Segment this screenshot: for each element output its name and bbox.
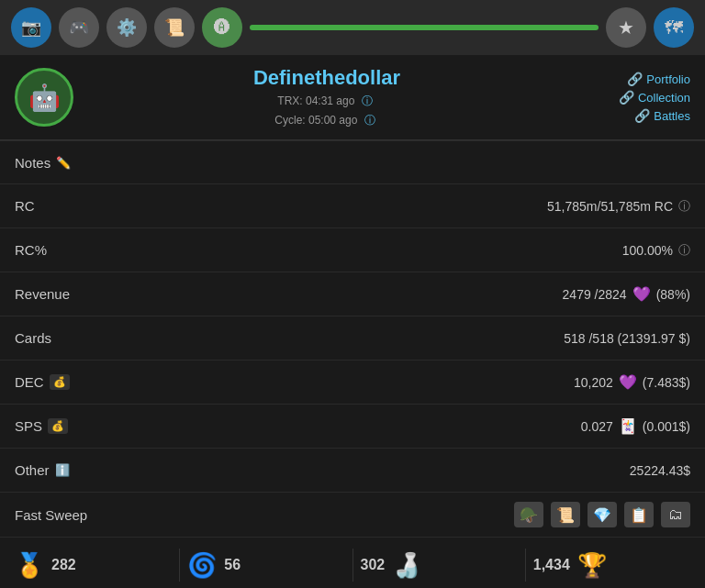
- gear-nav-btn[interactable]: ⚙️: [106, 7, 147, 48]
- cards-label: Cards: [15, 330, 51, 346]
- divider-2: [352, 549, 353, 582]
- profile-info: Definethedollar TRX: 04:31 ago ⓘ Cycle: …: [73, 66, 580, 128]
- cycle-info-icon[interactable]: ⓘ: [364, 114, 375, 127]
- trophy-stat: 1,434 🏆: [533, 551, 690, 580]
- letter-nav-btn[interactable]: 🅐: [202, 7, 242, 48]
- sps-label: SPS 💰: [15, 418, 68, 434]
- rc-value: 51,785m/51,785m RC ⓘ: [547, 198, 690, 215]
- dec-gem-icon: 💜: [619, 373, 637, 391]
- rc-info-icon[interactable]: ⓘ: [678, 198, 690, 215]
- profile-name: Definethedollar: [73, 66, 580, 90]
- sps-row: SPS 💰 0.027 🃏 (0.001$): [0, 405, 705, 449]
- scroll-nav-btn[interactable]: 📜: [154, 7, 195, 48]
- medals-icon: 🏅: [15, 551, 44, 580]
- other-value: 25224.43$: [630, 463, 690, 478]
- notes-label: Notes ✏️: [15, 155, 71, 171]
- other-row: Other ℹ️ 25224.43$: [0, 449, 705, 493]
- rc-row: RC 51,785m/51,785m RC ⓘ: [0, 184, 705, 228]
- progress-bar: [250, 25, 599, 30]
- divider-3: [525, 549, 526, 582]
- fast-sweep-label: Fast Sweep: [15, 507, 87, 523]
- swirl-stat: 🌀 56: [187, 551, 344, 580]
- collection-link-icon: 🔗: [619, 90, 634, 105]
- medals-stat: 🏅 282: [15, 551, 172, 580]
- rc-percent-label: RC%: [15, 242, 47, 258]
- profile-links: 🔗 Portfolio 🔗 Collection 🔗 Battles: [580, 72, 690, 123]
- fast-sweep-row: Fast Sweep 🪖 📜 💎 📋 🗂: [0, 493, 705, 538]
- other-info-icon[interactable]: ℹ️: [55, 463, 70, 477]
- collection-link[interactable]: 🔗 Collection: [619, 90, 690, 105]
- revenue-label: Revenue: [15, 286, 70, 302]
- sweep-icon-2[interactable]: 📜: [551, 502, 580, 527]
- avatar: 🤖: [15, 68, 73, 127]
- sps-wallet-icon[interactable]: 💰: [48, 418, 68, 434]
- stats-section: Notes ✏️ RC 51,785m/51,785m RC ⓘ RC% 100…: [0, 140, 705, 493]
- profile-trx: TRX: 04:31 ago ⓘ: [73, 94, 580, 109]
- battles-link-icon: 🔗: [634, 108, 650, 123]
- rc-percent-info-icon[interactable]: ⓘ: [678, 242, 690, 259]
- sps-card-icon: 🃏: [619, 417, 637, 435]
- sweep-icon-1[interactable]: 🪖: [514, 502, 543, 527]
- gamepad-nav-btn[interactable]: 🎮: [59, 7, 99, 48]
- star-nav-btn[interactable]: ★: [606, 7, 646, 48]
- sweep-icon-5[interactable]: 🗂: [661, 502, 690, 527]
- battles-link[interactable]: 🔗 Battles: [634, 108, 690, 123]
- revenue-value: 2479 /2824 💜 (88%): [563, 285, 690, 303]
- dec-wallet-icon[interactable]: 💰: [50, 374, 70, 390]
- rc-percent-row: RC% 100.00% ⓘ: [0, 228, 705, 272]
- top-nav: 📷 🎮 ⚙️ 📜 🅐 ★ 🗺: [0, 0, 705, 55]
- notes-row: Notes ✏️: [0, 140, 705, 184]
- swirl-icon: 🌀: [187, 551, 217, 580]
- portfolio-link[interactable]: 🔗 Portfolio: [627, 72, 690, 86]
- profile-area: 🤖 Definethedollar TRX: 04:31 ago ⓘ Cycle…: [0, 55, 705, 140]
- revenue-gem-icon: 💜: [632, 285, 651, 303]
- dec-value: 10,202 💜 (7.483$): [574, 373, 690, 391]
- trophy-value: 1,434: [533, 557, 570, 573]
- map-nav-btn[interactable]: 🗺: [654, 7, 694, 48]
- dec-row: DEC 💰 10,202 💜 (7.483$): [0, 361, 705, 405]
- cards-value: 518 /518 (21391.97 $): [564, 331, 690, 346]
- sweep-icon-4[interactable]: 📋: [624, 502, 654, 527]
- camera-nav-btn[interactable]: 📷: [11, 7, 51, 48]
- rc-label: RC: [15, 198, 35, 214]
- cards-row: Cards 518 /518 (21391.97 $): [0, 316, 705, 361]
- trophy-icon: 🏆: [577, 551, 607, 580]
- revenue-row: Revenue 2479 /2824 💜 (88%): [0, 272, 705, 316]
- nav-right-icons: ★ 🗺: [606, 7, 694, 48]
- portfolio-link-icon: 🔗: [627, 72, 643, 86]
- swirl-value: 56: [224, 557, 241, 573]
- other-label: Other ℹ️: [15, 462, 70, 478]
- dec-label: DEC 💰: [15, 374, 70, 390]
- notes-edit-icon[interactable]: ✏️: [56, 156, 71, 170]
- bottle-value: 302: [361, 557, 386, 573]
- trx-info-icon[interactable]: ⓘ: [362, 94, 373, 107]
- sps-value: 0.027 🃏 (0.001$): [581, 417, 690, 435]
- divider-1: [179, 549, 180, 582]
- bottle-stat: 302 🍶: [361, 551, 518, 580]
- medals-value: 282: [51, 557, 76, 573]
- sweep-icon-3[interactable]: 💎: [588, 502, 617, 527]
- fast-sweep-icons: 🪖 📜 💎 📋 🗂: [514, 502, 690, 527]
- bottom-bar: 🏅 282 🌀 56 302 🍶 1,434 🏆: [0, 538, 705, 588]
- rc-percent-value: 100.00% ⓘ: [622, 242, 690, 259]
- bottle-icon: 🍶: [392, 551, 421, 580]
- profile-cycle: Cycle: 05:00 ago ⓘ: [73, 113, 580, 128]
